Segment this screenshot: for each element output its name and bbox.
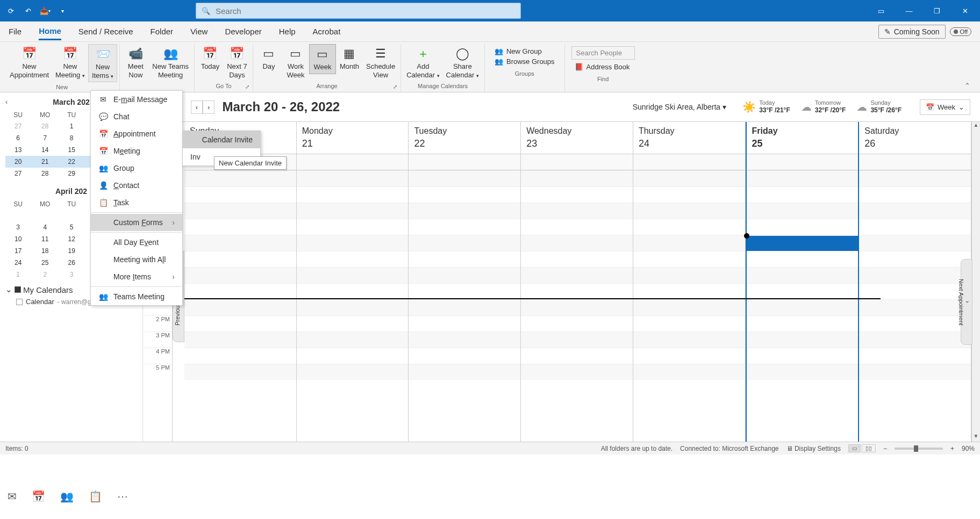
prev-week-icon[interactable]: ‹ (191, 100, 203, 114)
search-people-input[interactable]: Search People (571, 46, 635, 60)
vertical-scrollbar[interactable]: ▲ ▼ (971, 122, 980, 442)
undo-icon[interactable]: ↶ (22, 4, 34, 17)
goto-launcher-icon[interactable]: ⤢ (245, 84, 249, 90)
prev-month-icon[interactable]: ‹ (5, 98, 8, 106)
tab-acrobat[interactable]: Acrobat (313, 24, 341, 39)
zoom-slider[interactable] (895, 448, 943, 450)
month-view-button[interactable]: ▦Month (336, 44, 363, 73)
view-selector[interactable]: 📅 Week ⌄ (920, 99, 970, 115)
add-calendar-button[interactable]: ＋Add Calendar ▾ (403, 44, 442, 81)
new-meeting-button[interactable]: 📅New Meeting ▾ (52, 44, 88, 81)
today-button[interactable]: 📅Today (197, 44, 224, 73)
tab-folder[interactable]: Folder (151, 24, 174, 39)
view-normal-icon[interactable]: ▭ (848, 444, 861, 452)
group-arrange-label: Arrange⤢ (255, 81, 398, 91)
new-group-button[interactable]: 👥New Group (491, 46, 558, 56)
tab-file[interactable]: File (9, 24, 22, 39)
view-reading-icon[interactable]: ▯▯ (862, 444, 876, 452)
today-label: Today (201, 62, 220, 71)
browse-groups-button[interactable]: 👥Browse Groups (491, 56, 558, 67)
menu-meeting-with-all[interactable]: Meeting with All (91, 251, 182, 268)
weather-today[interactable]: ☀️Today33°F /21°F (742, 99, 790, 115)
archive-icon[interactable]: 📥▾ (39, 4, 52, 17)
scroll-down-icon[interactable]: ▼ (972, 433, 980, 442)
search-input[interactable] (216, 6, 515, 16)
calendar-event-block[interactable] (747, 236, 859, 251)
menu-meeting[interactable]: 📅Meeting (91, 142, 182, 160)
new-appointment-button[interactable]: 📅New Appointment (6, 44, 52, 81)
add-calendar-label: Add Calendar ▾ (406, 62, 439, 79)
now-indicator-dot (744, 233, 749, 239)
schedule-label: Schedule View (366, 62, 395, 79)
week-label: Week (313, 63, 331, 71)
date-range-label: March 20 - 26, 2022 (222, 99, 340, 114)
book-icon: 📕 (575, 63, 583, 71)
day-view-button[interactable]: ▭Day (255, 44, 282, 73)
now-indicator-line (184, 298, 881, 299)
minimize-icon[interactable]: — (898, 3, 920, 19)
browse-groups-label: Browse Groups (506, 57, 555, 66)
new-teams-meeting-button[interactable]: 👥New Teams Meeting (149, 44, 192, 81)
meet-now-button[interactable]: 📹Meet Now (122, 44, 149, 81)
my-calendars-label: My Calendars (23, 285, 73, 294)
next-week-icon[interactable]: › (203, 100, 214, 114)
tab-developer[interactable]: Developer (225, 24, 261, 39)
chevron-down-icon: ⌄ (958, 103, 964, 111)
location-selector[interactable]: Sunridge Ski Area, Alberta ▾ (633, 103, 726, 111)
ribbon-display-icon[interactable]: ▭ (870, 3, 892, 19)
camera-icon: 📹 (128, 46, 143, 61)
close-icon[interactable]: ✕ (954, 3, 976, 19)
zoom-in-icon[interactable]: + (950, 445, 954, 452)
day-column-saturday[interactable]: Saturday26 (859, 122, 971, 442)
display-settings-button[interactable]: 🖥 Display Settings (786, 445, 841, 452)
next-appointment-tab[interactable]: ›Next Appointment (961, 259, 972, 345)
share-calendar-button[interactable]: ◯Share Calendar ▾ (443, 44, 482, 81)
toggle-dot-icon (954, 30, 958, 34)
checkbox-icon[interactable] (15, 286, 21, 293)
menu-email-message[interactable]: ✉E-mail Message (91, 91, 182, 108)
menu-appointment[interactable]: 📅Appointment (91, 125, 182, 142)
submenu-calendar-invite[interactable]: Calendar Invite (183, 131, 260, 148)
day-column-friday[interactable]: Friday25 (746, 122, 860, 442)
day-column-thursday[interactable]: Thursday24 (633, 122, 746, 442)
address-book-button[interactable]: 📕Address Book (571, 62, 635, 72)
day-column-monday[interactable]: Monday21 (297, 122, 409, 442)
qat-customize-icon[interactable]: ▾ (56, 4, 69, 17)
zoom-out-icon[interactable]: − (883, 445, 887, 452)
menu-all-day-event[interactable]: All Day Event (91, 234, 182, 251)
tab-send-receive[interactable]: Send / Receive (78, 24, 133, 39)
tab-home[interactable]: Home (39, 23, 61, 40)
checkbox-icon[interactable] (16, 299, 23, 305)
menu-group[interactable]: 👥Group (91, 160, 182, 177)
day-column-sunday[interactable]: Sunday20 (184, 122, 297, 442)
today-icon: 📅 (203, 46, 217, 61)
menu-task[interactable]: 📋Task (91, 194, 182, 211)
day-column-wednesday[interactable]: Wednesday23 (521, 122, 633, 442)
day-columns: Sunday20Monday21Tuesday22Wednesday23Thur… (184, 122, 971, 442)
menu-contact[interactable]: 👤Contact (91, 177, 182, 194)
teams-meeting-label: New Teams Meeting (152, 62, 189, 79)
coming-soon-toggle[interactable]: Off (950, 27, 971, 36)
maximize-icon[interactable]: ❐ (926, 3, 948, 19)
menu-teams-meeting[interactable]: 👥Teams Meeting (91, 288, 182, 305)
search-box[interactable]: 🔍 (196, 3, 521, 19)
chevron-down-icon: ▾ (723, 103, 726, 111)
new-items-button[interactable]: 📨New Items ▾ (88, 44, 117, 82)
weather-tomorrow[interactable]: ☁Tomorrow32°F /20°F (801, 99, 846, 115)
scroll-up-icon[interactable]: ▲ (972, 122, 980, 131)
day-column-tuesday[interactable]: Tuesday22 (409, 122, 521, 442)
menu-custom-forms[interactable]: Custom Forms› (91, 214, 182, 231)
arrange-launcher-icon[interactable]: ⤢ (393, 84, 397, 90)
coming-soon-button[interactable]: ✎ Coming Soon (878, 25, 946, 39)
tab-help[interactable]: Help (279, 24, 296, 39)
collapse-ribbon-icon[interactable]: ⌃ (959, 80, 976, 92)
weather-sunday[interactable]: ☁Sunday35°F /26°F (856, 99, 902, 115)
next-7-days-button[interactable]: 📅Next 7 Days (224, 44, 251, 81)
schedule-view-button[interactable]: ☰Schedule View (363, 44, 398, 81)
work-week-view-button[interactable]: ▭Work Week (282, 44, 309, 81)
menu-chat[interactable]: 💬Chat (91, 108, 182, 125)
week-view-button[interactable]: ▭Week (309, 44, 336, 74)
sync-icon[interactable]: ⟳ (4, 4, 17, 17)
tab-view[interactable]: View (190, 24, 208, 39)
menu-more-items[interactable]: More Items› (91, 268, 182, 285)
